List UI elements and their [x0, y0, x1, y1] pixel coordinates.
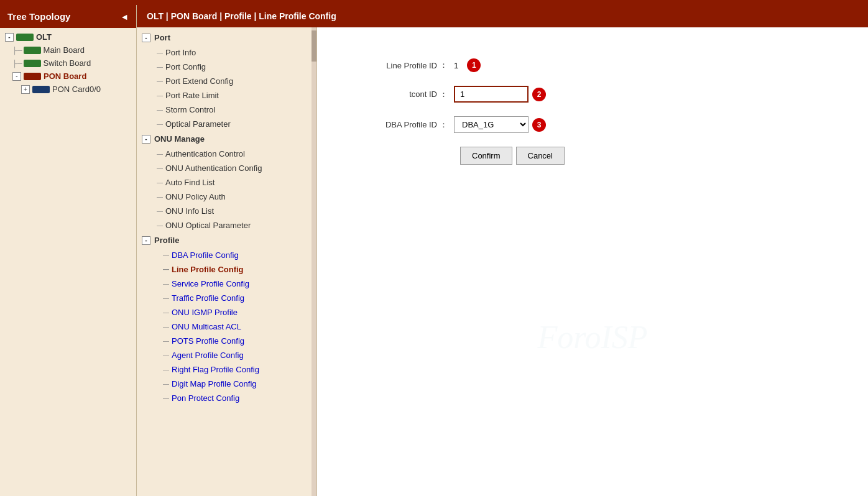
- nav-item-agent-profile-config[interactable]: —Agent Profile Config: [137, 348, 316, 362]
- nav-item-pon-protect-config[interactable]: —Pon Protect Config: [137, 391, 316, 405]
- pon-card-label: PON Card0/0: [52, 85, 101, 94]
- cancel-button[interactable]: Cancel: [516, 147, 565, 165]
- profile-expand-icon[interactable]: -: [142, 236, 150, 245]
- nav-item-authentication-control[interactable]: —Authentication Control: [137, 147, 316, 161]
- pon-card-expand-icon[interactable]: +: [21, 85, 30, 94]
- main-panel: ForoISP Line Profile ID ： 1 1: [317, 27, 868, 496]
- tcont-id-label: tcont ID ：: [354, 89, 454, 100]
- nav-item-port-extend-config[interactable]: —Port Extend Config: [137, 74, 316, 88]
- badge-2: 2: [532, 88, 546, 101]
- nav-item-onu-info-list[interactable]: —ONU Info List: [137, 204, 316, 218]
- port-expand-icon[interactable]: -: [142, 34, 150, 42]
- nav-item-storm-control[interactable]: —Storm Control: [137, 103, 316, 117]
- pon-board-expand-icon[interactable]: -: [12, 72, 21, 81]
- sidebar-collapse-arrow[interactable]: ◄: [120, 12, 129, 22]
- sidebar-item-olt[interactable]: - OLT: [0, 30, 136, 44]
- main-layout: Tree Topology ◄ - OLT ├─ Main Board ├─ S…: [0, 5, 868, 496]
- olt-icon: [16, 34, 34, 41]
- dba-profile-id-select[interactable]: DBA_1G DBA_512M DBA_256M: [454, 116, 529, 133]
- nav-section-profile[interactable]: - Profile: [137, 232, 316, 248]
- nav-section-onu-manage[interactable]: - ONU Manage: [137, 131, 316, 147]
- line-profile-id-value: 1: [454, 61, 458, 70]
- onu-manage-items: —Authentication Control —ONU Authenticat…: [137, 147, 316, 232]
- dba-profile-id-row: DBA Profile ID ： DBA_1G DBA_512M DBA_256…: [354, 116, 831, 133]
- nav-item-dba-profile-config[interactable]: —DBA Profile Config: [137, 248, 316, 262]
- badge-1: 1: [467, 58, 481, 72]
- watermark: ForoISP: [537, 319, 647, 356]
- tcont-id-input[interactable]: [454, 86, 529, 103]
- sidebar-header: Tree Topology ◄: [0, 5, 136, 28]
- breadcrumb: OLT | PON Board | Profile | Line Profile…: [147, 11, 336, 21]
- main-board-icon: [24, 47, 41, 54]
- nav-item-right-flag-profile-config[interactable]: —Right Flag Profile Config: [137, 362, 316, 377]
- sidebar: Tree Topology ◄ - OLT ├─ Main Board ├─ S…: [0, 5, 137, 496]
- nav-item-pots-profile-config[interactable]: —POTS Profile Config: [137, 334, 316, 348]
- port-items: —Port Info —Port Config —Port Extend Con…: [137, 45, 316, 131]
- line-profile-id-label: Line Profile ID ：: [354, 60, 454, 71]
- olt-label: OLT: [36, 32, 52, 42]
- nav-item-service-profile-config[interactable]: —Service Profile Config: [137, 277, 316, 291]
- profile-items: —DBA Profile Config —Line Profile Config…: [137, 248, 316, 405]
- switch-board-icon: [24, 60, 41, 67]
- form-buttons-row: Confirm Cancel: [354, 147, 831, 165]
- nav-item-onu-igmp-profile[interactable]: —ONU IGMP Profile: [137, 305, 316, 319]
- nav-scrollbar-thumb[interactable]: [312, 30, 316, 62]
- dba-profile-id-label: DBA Profile ID ：: [354, 119, 454, 131]
- form-container: Line Profile ID ： 1 1 tcont ID ： 2: [330, 40, 856, 197]
- switch-board-label: Switch Board: [44, 58, 91, 68]
- nav-item-digit-map-profile-config[interactable]: —Digit Map Profile Config: [137, 377, 316, 391]
- nav-item-port-rate-limit[interactable]: —Port Rate Limit: [137, 88, 316, 103]
- olt-expand-icon[interactable]: -: [5, 33, 14, 42]
- nav-item-onu-multicast-acl[interactable]: —ONU Multicast ACL: [137, 319, 316, 334]
- sidebar-item-switch-board[interactable]: ├─ Switch Board: [0, 57, 136, 70]
- sidebar-item-pon-card[interactable]: + PON Card0/0: [0, 83, 136, 96]
- nav-scrollbar-track: [312, 27, 316, 496]
- top-bar: [0, 0, 868, 5]
- nav-panel: - Port —Port Info —Port Config —Port Ext…: [137, 27, 317, 496]
- nav-item-auto-find-list[interactable]: —Auto Find List: [137, 175, 316, 190]
- nav-item-onu-authentication-config[interactable]: —ONU Authentication Config: [137, 161, 316, 175]
- pon-board-icon: [24, 73, 41, 80]
- pon-board-label: PON Board: [44, 71, 86, 81]
- sidebar-item-main-board[interactable]: ├─ Main Board: [0, 44, 136, 57]
- content-area: OLT | PON Board | Profile | Line Profile…: [137, 5, 868, 496]
- onu-manage-expand-icon[interactable]: -: [142, 135, 150, 144]
- nav-section-port[interactable]: - Port: [137, 30, 316, 45]
- tcont-id-row: tcont ID ： 2: [354, 86, 831, 103]
- sidebar-title: Tree Topology: [7, 11, 70, 22]
- nav-item-port-config[interactable]: —Port Config: [137, 60, 316, 74]
- nav-item-traffic-profile-config[interactable]: —Traffic Profile Config: [137, 291, 316, 305]
- breadcrumb-bar: OLT | PON Board | Profile | Line Profile…: [137, 5, 868, 27]
- sidebar-item-pon-board[interactable]: - PON Board: [0, 70, 136, 83]
- sidebar-tree: - OLT ├─ Main Board ├─ Switch Board - PO…: [0, 28, 136, 496]
- main-board-label: Main Board: [44, 45, 85, 55]
- confirm-button[interactable]: Confirm: [460, 147, 512, 165]
- profile-section-label: Profile: [154, 236, 179, 245]
- nav-item-port-info[interactable]: —Port Info: [137, 45, 316, 60]
- nav-item-optical-parameter[interactable]: —Optical Parameter: [137, 117, 316, 131]
- badge-3: 3: [532, 118, 546, 132]
- nav-item-onu-policy-auth[interactable]: —ONU Policy Auth: [137, 190, 316, 204]
- port-section-label: Port: [154, 33, 170, 42]
- nav-item-line-profile-config[interactable]: —Line Profile Config: [137, 262, 316, 277]
- nav-item-onu-optical-parameter[interactable]: —ONU Optical Parameter: [137, 218, 316, 232]
- line-profile-id-row: Line Profile ID ： 1 1: [354, 58, 831, 72]
- pon-card-icon: [32, 86, 50, 93]
- content-body: - Port —Port Info —Port Config —Port Ext…: [137, 27, 868, 496]
- onu-manage-section-label: ONU Manage: [154, 134, 205, 144]
